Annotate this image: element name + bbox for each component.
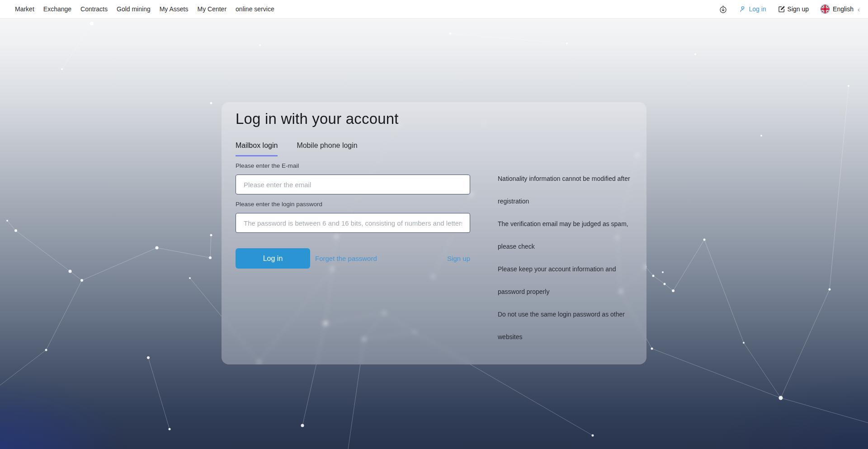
email-label: Please enter the E-mail bbox=[236, 162, 470, 169]
login-form: Please enter the E-mail Please enter the… bbox=[236, 162, 470, 269]
forgot-password-link[interactable]: Forget the password bbox=[315, 255, 377, 262]
tip-same-password: Do not use the same login password as ot… bbox=[498, 303, 636, 348]
login-tips: Nationality information cannot be modifi… bbox=[498, 167, 636, 348]
nav-login-button[interactable]: Log in bbox=[739, 5, 766, 13]
chevron-left-icon: ‹ bbox=[858, 5, 860, 13]
login-card: Log in with your account Mailbox login M… bbox=[222, 102, 646, 364]
nav-signup-label: Sign up bbox=[788, 5, 809, 13]
login-tabs: Mailbox login Mobile phone login bbox=[236, 142, 358, 156]
tip-verification: The verification email may be judged as … bbox=[498, 213, 636, 258]
signup-link[interactable]: Sign up bbox=[447, 255, 470, 262]
nav-item-contracts[interactable]: Contracts bbox=[80, 5, 108, 13]
nav-item-market[interactable]: Market bbox=[15, 5, 34, 13]
nav-item-my-assets[interactable]: My Assets bbox=[160, 5, 189, 13]
top-navbar: Market Exchange Contracts Gold mining My… bbox=[0, 0, 868, 18]
person-icon bbox=[739, 5, 746, 13]
login-button[interactable]: Log in bbox=[236, 248, 310, 269]
nav-login-label: Log in bbox=[749, 5, 766, 13]
language-label: English bbox=[833, 5, 854, 13]
email-input[interactable] bbox=[236, 175, 470, 194]
password-input[interactable] bbox=[236, 213, 470, 233]
page-title: Log in with your account bbox=[236, 110, 399, 128]
tip-nationality: Nationality information cannot be modifi… bbox=[498, 167, 636, 213]
edit-icon bbox=[778, 5, 785, 13]
login-actions-row: Log in Forget the password Sign up bbox=[236, 248, 470, 269]
download-icon[interactable] bbox=[719, 5, 727, 14]
main-menu: Market Exchange Contracts Gold mining My… bbox=[15, 5, 274, 13]
tab-mobile-phone-login[interactable]: Mobile phone login bbox=[297, 142, 357, 156]
nav-item-online-service[interactable]: online service bbox=[236, 5, 274, 13]
nav-item-gold-mining[interactable]: Gold mining bbox=[117, 5, 151, 13]
nav-right-cluster: Log in Sign up English ‹ bbox=[719, 5, 860, 14]
tab-mailbox-login[interactable]: Mailbox login bbox=[236, 142, 278, 156]
nav-signup-button[interactable]: Sign up bbox=[778, 5, 809, 13]
language-selector[interactable]: English ‹ bbox=[821, 5, 860, 14]
uk-flag-icon bbox=[821, 5, 830, 14]
tip-keep-account: Please keep your account information and… bbox=[498, 258, 636, 303]
nav-item-exchange[interactable]: Exchange bbox=[43, 5, 71, 13]
nav-item-my-center[interactable]: My Center bbox=[198, 5, 227, 13]
password-label: Please enter the login password bbox=[236, 201, 470, 208]
